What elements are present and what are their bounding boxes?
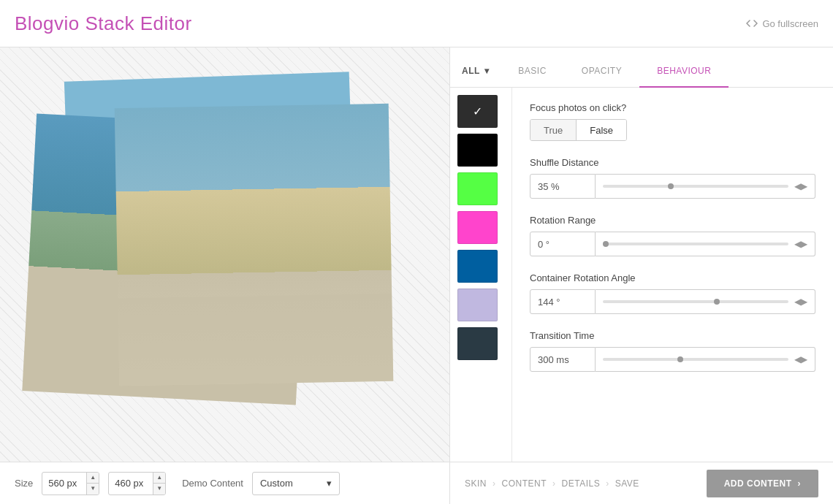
container-rotation-bar bbox=[603, 300, 788, 303]
container-rotation-input-row: 144 ° ◀▶ bbox=[530, 289, 815, 314]
shuffle-distance-value: 35 % bbox=[530, 174, 596, 199]
size-label: Size bbox=[15, 478, 33, 489]
height-spinner: ▲ ▼ bbox=[153, 473, 165, 495]
container-rotation-label: Container Rotation Angle bbox=[530, 272, 815, 283]
swatch-item[interactable]: ✓ bbox=[457, 95, 498, 128]
breadcrumb-sep-2: › bbox=[552, 478, 556, 489]
true-btn[interactable]: True bbox=[530, 120, 577, 140]
focus-photos-label: Focus photos on click? bbox=[530, 102, 815, 113]
demo-select-value: Custom bbox=[260, 478, 293, 489]
rotation-range-input-row: 0 ° ◀▶ bbox=[530, 232, 815, 256]
swatch-item[interactable] bbox=[457, 250, 498, 283]
width-input-group: ▲ ▼ bbox=[42, 472, 99, 495]
swatch-item[interactable] bbox=[457, 134, 498, 167]
canvas-area bbox=[22, 77, 424, 405]
breadcrumb-details[interactable]: DETAILS bbox=[562, 478, 601, 489]
swatch-item[interactable] bbox=[457, 211, 498, 244]
photo-item[interactable] bbox=[115, 104, 394, 386]
rotation-range-slider[interactable]: ◀▶ bbox=[596, 232, 815, 256]
shuffle-distance-label: Shuffle Distance bbox=[530, 157, 815, 168]
rotation-range-field: Rotation Range 0 ° ◀▶ bbox=[530, 215, 815, 256]
fullscreen-label: Go fullscreen bbox=[762, 18, 818, 29]
settings-fields: Focus photos on click? True False Shuffl… bbox=[512, 88, 833, 462]
swatch-item[interactable] bbox=[457, 172, 498, 205]
range-arrows-icon: ◀▶ bbox=[794, 181, 807, 191]
width-up-btn[interactable]: ▲ bbox=[87, 473, 99, 484]
width-down-btn[interactable]: ▼ bbox=[87, 484, 99, 495]
transition-time-slider[interactable]: ◀▶ bbox=[596, 347, 815, 372]
chevron-down-icon: ▾ bbox=[327, 478, 332, 489]
photo-stack bbox=[29, 77, 387, 383]
rotation-range-handle bbox=[603, 241, 609, 247]
svg-rect-0 bbox=[115, 104, 394, 386]
settings-body: ✓ Focus photos on click? True False bbox=[450, 88, 833, 462]
settings-tabs: ALL ▾ BASIC OPACITY BEHAVIOUR bbox=[450, 47, 833, 88]
canvas-bottom-bar: Size ▲ ▼ ▲ ▼ Demo Content Custom ▾ bbox=[0, 462, 449, 504]
container-rotation-slider[interactable]: ◀▶ bbox=[596, 289, 815, 314]
range-arrows-icon: ◀▶ bbox=[794, 354, 807, 364]
tab-opacity-label: OPACITY bbox=[582, 66, 622, 76]
demo-content-label: Demo Content bbox=[182, 478, 243, 489]
transition-time-input-row: 300 ms ◀▶ bbox=[530, 347, 815, 372]
app-title: Blogvio Stack Editor bbox=[15, 12, 192, 35]
add-content-button[interactable]: ADD CONTENT › bbox=[707, 470, 818, 497]
height-input[interactable] bbox=[109, 478, 153, 489]
demo-content-select[interactable]: Custom ▾ bbox=[252, 472, 340, 495]
app-header: Blogvio Stack Editor Go fullscreen bbox=[0, 0, 833, 47]
shuffle-distance-field: Shuffle Distance 35 % ◀▶ bbox=[530, 157, 815, 199]
swatch-item[interactable] bbox=[457, 289, 498, 321]
rotation-range-label: Rotation Range bbox=[530, 215, 815, 226]
main-area: Size ▲ ▼ ▲ ▼ Demo Content Custom ▾ bbox=[0, 47, 833, 504]
width-spinner: ▲ ▼ bbox=[86, 473, 99, 495]
transition-time-field: Transition Time 300 ms ◀▶ bbox=[530, 330, 815, 372]
breadcrumb-skin[interactable]: SKIN bbox=[465, 478, 487, 489]
transition-time-bar bbox=[603, 358, 788, 361]
false-btn[interactable]: False bbox=[577, 120, 626, 140]
shuffle-distance-bar bbox=[603, 185, 788, 188]
color-swatches-panel: ✓ bbox=[450, 88, 512, 462]
shuffle-distance-input-row: 35 % ◀▶ bbox=[530, 174, 815, 199]
rotation-range-value: 0 ° bbox=[530, 232, 596, 256]
transition-time-handle bbox=[677, 356, 683, 362]
range-arrows-icon: ◀▶ bbox=[794, 297, 807, 307]
code-icon bbox=[746, 18, 758, 28]
tab-all[interactable]: ALL ▾ bbox=[450, 66, 501, 88]
shuffle-distance-handle bbox=[668, 183, 674, 189]
tab-opacity[interactable]: OPACITY bbox=[564, 66, 639, 88]
container-rotation-value: 144 ° bbox=[530, 289, 596, 314]
container-rotation-handle bbox=[714, 299, 720, 305]
tab-basic[interactable]: BASIC bbox=[501, 66, 564, 88]
breadcrumb-content[interactable]: CONTENT bbox=[502, 478, 547, 489]
tab-behaviour[interactable]: BEHAVIOUR bbox=[639, 66, 729, 88]
tab-behaviour-label: BEHAVIOUR bbox=[657, 66, 711, 76]
canvas-panel: Size ▲ ▼ ▲ ▼ Demo Content Custom ▾ bbox=[0, 47, 449, 504]
swatch-item[interactable] bbox=[457, 327, 498, 360]
fullscreen-button[interactable]: Go fullscreen bbox=[746, 18, 818, 29]
breadcrumb: SKIN › CONTENT › DETAILS › SAVE bbox=[465, 478, 707, 489]
container-rotation-field: Container Rotation Angle 144 ° ◀▶ bbox=[530, 272, 815, 314]
add-content-label: ADD CONTENT bbox=[724, 478, 792, 489]
dropdown-arrow-icon: ▾ bbox=[484, 66, 490, 76]
transition-time-label: Transition Time bbox=[530, 330, 815, 341]
shuffle-distance-slider[interactable]: ◀▶ bbox=[596, 174, 815, 199]
height-input-group: ▲ ▼ bbox=[108, 472, 166, 495]
svg-rect-1 bbox=[118, 294, 393, 386]
rotation-range-bar bbox=[603, 243, 788, 245]
breadcrumb-save[interactable]: SAVE bbox=[615, 478, 639, 489]
check-icon: ✓ bbox=[473, 104, 482, 118]
focus-photos-field: Focus photos on click? True False bbox=[530, 102, 815, 141]
settings-breadcrumb-bar: SKIN › CONTENT › DETAILS › SAVE ADD CONT… bbox=[450, 462, 833, 504]
range-arrows-icon: ◀▶ bbox=[794, 239, 807, 249]
breadcrumb-sep-1: › bbox=[492, 478, 496, 489]
width-input[interactable] bbox=[42, 478, 86, 489]
settings-panel: ALL ▾ BASIC OPACITY BEHAVIOUR ✓ bbox=[449, 47, 833, 504]
arrow-right-icon: › bbox=[798, 478, 802, 489]
transition-time-value: 300 ms bbox=[530, 347, 596, 372]
tab-basic-label: BASIC bbox=[518, 66, 547, 76]
height-up-btn[interactable]: ▲ bbox=[153, 473, 165, 484]
focus-photos-toggle: True False bbox=[530, 119, 627, 141]
tab-all-label: ALL bbox=[462, 66, 480, 76]
height-down-btn[interactable]: ▼ bbox=[153, 484, 165, 495]
bike-decoration bbox=[115, 104, 394, 386]
breadcrumb-sep-3: › bbox=[606, 478, 609, 489]
